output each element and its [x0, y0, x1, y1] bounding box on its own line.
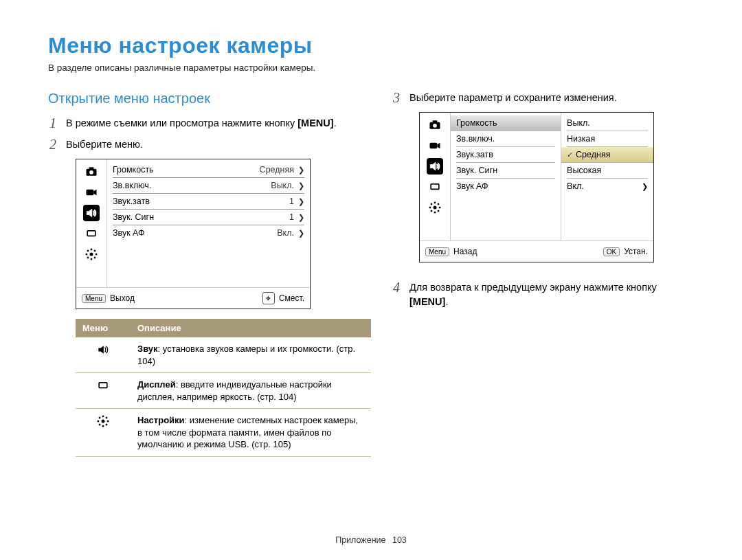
camera-lcd-submenu: Громкость Зв.включ. Звук.затв Звук. Сигн… [419, 112, 654, 262]
svg-point-6 [90, 253, 93, 256]
sound-icon [83, 205, 100, 221]
menu-button-label: MENU [297, 117, 333, 128]
svg-rect-5 [88, 232, 95, 236]
page-title: Меню настроек камеры [48, 33, 694, 58]
lcd-row: Зв.включ. [456, 131, 555, 147]
lcd-sidebar [420, 113, 451, 240]
svg-line-24 [99, 424, 100, 425]
lcd-param-column: Громкость Зв.включ. Звук.затв Звук. Сигн… [451, 113, 561, 240]
video-icon [83, 184, 100, 201]
lcd-row: Звук АФ [456, 179, 555, 194]
svg-line-37 [431, 203, 432, 205]
section-heading: Открытие меню настроек [48, 91, 350, 107]
display-icon [427, 179, 443, 195]
table-header-desc: Описание [131, 319, 371, 337]
checkmark-icon: ✓ [567, 150, 573, 159]
lcd-value-column: Выкл. Низкая ✓Средняя Высокая Вкл.❯ [561, 113, 653, 240]
step-2-text: Выберите меню. [66, 137, 350, 152]
svg-line-25 [106, 417, 107, 418]
page-subtitle: В разделе описаны различные параметры на… [48, 63, 694, 73]
menu-button-label: MENU [409, 296, 445, 307]
lcd-row: Высокая [567, 163, 648, 179]
step-3-text: Выберите параметр и сохраните изменения. [409, 91, 694, 105]
svg-line-40 [438, 203, 439, 205]
table-header-menu: Меню [76, 319, 131, 337]
lcd-row: Звук.затв [456, 147, 555, 163]
lcd-row-selected: ✓Средняя [561, 147, 653, 163]
table-row-desc: Дисплей: введите индивидуальные настройк… [131, 373, 371, 409]
video-icon [427, 137, 443, 154]
lcd-foot-left: Назад [453, 247, 477, 256]
settings-icon [427, 199, 443, 216]
camera-lcd-menu: ГромкостьСредняя❯ Зв.включ.Выкл.❯ Звук.з… [76, 159, 311, 309]
step-number-4: 4 [392, 280, 401, 309]
settings-icon [76, 409, 131, 457]
lcd-foot-right: Смест. [279, 293, 304, 303]
svg-point-32 [434, 206, 437, 210]
step-number-1: 1 [48, 116, 58, 131]
menu-description-table: Меню Описание Звук: установка звуков кам… [76, 319, 371, 457]
lcd-row: ГромкостьСредняя❯ [113, 162, 304, 178]
lcd-menu-list: ГромкостьСредняя❯ Зв.включ.Выкл.❯ Звук.з… [107, 159, 310, 287]
svg-line-38 [438, 210, 439, 212]
lcd-row: Звук. Сигн [456, 163, 555, 179]
lcd-footer: Menu Выход ✥ Смест. [76, 287, 310, 309]
svg-line-13 [87, 257, 89, 258]
ok-key-icon: OK [603, 247, 620, 256]
lcd-sidebar [76, 159, 107, 287]
lcd-row: Звук.затв1❯ [113, 194, 304, 210]
lcd-row: Зв.включ.Выкл.❯ [113, 178, 304, 194]
svg-rect-29 [430, 143, 438, 148]
lcd-row: Звук. Сигн1❯ [113, 210, 304, 225]
step-number-2: 2 [48, 137, 58, 152]
menu-key-icon: Menu [425, 247, 449, 256]
svg-point-17 [102, 420, 105, 423]
svg-rect-3 [87, 190, 94, 195]
svg-line-39 [431, 210, 432, 212]
lcd-foot-right: Устан. [624, 247, 648, 256]
camera-icon [83, 164, 100, 180]
display-icon [83, 225, 100, 242]
lcd-footer: Menu Назад OK Устан. [420, 240, 653, 262]
lcd-foot-left: Выход [110, 293, 135, 303]
sound-icon [427, 158, 443, 175]
svg-line-11 [87, 250, 89, 251]
lcd-row: Низкая [567, 131, 648, 147]
page-footer: Приложение 103 [0, 535, 742, 545]
lcd-row: Звук АФВкл.❯ [113, 225, 304, 240]
lcd-row: Вкл.❯ [567, 179, 648, 194]
camera-icon [427, 117, 443, 133]
svg-rect-31 [431, 185, 438, 189]
sound-icon [76, 337, 131, 373]
step-4-text: Для возврата к предыдущему экрану нажмит… [409, 280, 694, 309]
svg-point-28 [433, 124, 437, 128]
dpad-icon: ✥ [262, 292, 275, 304]
lcd-row-selected: Громкость [451, 115, 561, 131]
lcd-row: Выкл. [567, 115, 648, 131]
svg-line-23 [106, 424, 107, 425]
menu-key-icon: Menu [82, 294, 106, 303]
settings-icon [83, 246, 100, 262]
svg-line-12 [94, 257, 95, 258]
svg-rect-1 [89, 167, 94, 169]
step-number-3: 3 [392, 91, 401, 105]
svg-line-22 [99, 417, 100, 418]
step-1-text: В режиме съемки или просмотра нажмите кн… [66, 116, 350, 131]
display-icon [76, 373, 131, 409]
svg-rect-27 [433, 120, 438, 122]
svg-point-2 [89, 170, 93, 175]
svg-rect-16 [100, 383, 106, 388]
table-row-desc: Звук: установка звуков камеры и их громк… [131, 337, 371, 373]
svg-line-14 [94, 250, 95, 251]
table-row-desc: Настройки: изменение системных настроек … [131, 409, 371, 457]
